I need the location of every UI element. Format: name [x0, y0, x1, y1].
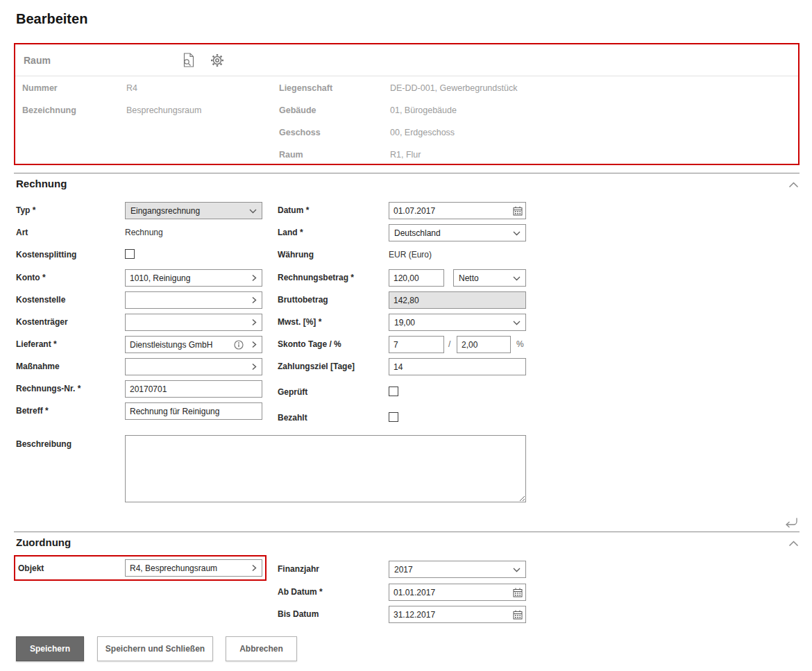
betreff-field	[125, 402, 262, 420]
beschreibung-textarea[interactable]	[125, 435, 526, 502]
skonto-label: Skonto Tage / %	[278, 339, 341, 349]
typ-select-value: Eingangsrechnung	[130, 206, 200, 216]
zahlungsziel-field	[389, 358, 526, 375]
kostenstelle-label: Kostenstelle	[16, 295, 65, 305]
nummer-label: Nummer	[22, 83, 58, 93]
massnahme-input[interactable]	[126, 359, 246, 375]
skonto-percent-sign: %	[516, 339, 524, 349]
bezeichnung-label: Bezeichnung	[22, 105, 76, 115]
info-icon[interactable]	[231, 337, 246, 353]
page-title: Bearbeiten	[16, 11, 87, 27]
geschoss-label: Geschoss	[279, 128, 321, 137]
liegenschaft-value: DE-DD-001, Gewerbegrundstück	[390, 83, 517, 93]
art-label: Art	[16, 228, 28, 237]
lieferant-picker	[125, 336, 262, 353]
waehrung-value: EUR (Euro)	[389, 250, 432, 260]
calendar-icon[interactable]	[510, 584, 525, 600]
skonto-separator: /	[448, 339, 450, 349]
calendar-icon[interactable]	[510, 606, 525, 622]
section-title-zuordnung: Zuordnung	[16, 536, 71, 548]
rechnungs-nr-input[interactable]	[126, 381, 262, 397]
section-divider	[14, 532, 800, 532]
massnahme-label: Maßnahme	[16, 362, 60, 371]
kostenstelle-picker	[125, 291, 262, 309]
netto-brutto-select[interactable]: Netto	[453, 269, 526, 287]
datum-field	[389, 202, 526, 219]
zahlungsziel-input[interactable]	[389, 359, 525, 375]
calendar-icon[interactable]	[510, 203, 525, 219]
konto-picker	[125, 269, 262, 287]
rechnungs-nr-label: Rechnungs-Nr. *	[16, 384, 81, 393]
bis-datum-field	[389, 606, 526, 623]
rechnungsbetrag-field	[389, 269, 444, 287]
chevron-right-icon[interactable]	[246, 560, 262, 576]
chevron-right-icon[interactable]	[246, 270, 262, 286]
mwst-label: Mwst. [%] *	[278, 317, 321, 327]
geschoss-value: 00, Erdgeschoss	[390, 128, 455, 137]
land-select-value: Deutschland	[394, 228, 441, 238]
finanzjahr-select-value: 2017	[394, 565, 413, 575]
ab-datum-input[interactable]	[389, 584, 510, 600]
bezahlt-checkbox[interactable]	[389, 412, 398, 422]
chevron-up-icon[interactable]	[787, 180, 800, 189]
chevron-up-icon[interactable]	[787, 539, 800, 547]
massnahme-picker	[125, 358, 262, 375]
beschreibung-label: Beschreibung	[16, 439, 71, 449]
konto-label: Konto *	[16, 273, 46, 282]
preview-icon[interactable]	[178, 50, 198, 71]
mwst-select-value: 19,00	[394, 318, 415, 328]
bruttobetrag-label: Bruttobetrag	[278, 295, 328, 305]
lieferant-input[interactable]	[126, 337, 231, 353]
chevron-right-icon[interactable]	[246, 292, 262, 308]
kostensplitting-checkbox[interactable]	[125, 249, 135, 259]
objekt-picker	[125, 559, 262, 577]
bezeichnung-value: Besprechungsraum	[126, 105, 201, 115]
betreff-input[interactable]	[126, 403, 262, 419]
kostentraeger-label: Kostenträger	[16, 317, 68, 327]
speichern-button[interactable]: Speichern	[16, 636, 84, 661]
typ-select[interactable]: Eingangsrechnung	[125, 202, 262, 219]
datum-label: Datum *	[278, 205, 309, 215]
liegenschaft-label: Liegenschaft	[279, 83, 332, 93]
abbrechen-button[interactable]: Abbrechen	[226, 636, 297, 661]
objekt-input[interactable]	[126, 560, 246, 576]
gebaeude-value: 01, Bürogebäude	[390, 105, 457, 115]
kostentraeger-input[interactable]	[126, 314, 246, 330]
land-select[interactable]: Deutschland	[389, 224, 526, 241]
betreff-label: Betreff *	[16, 406, 49, 416]
raum-label: Raum	[279, 150, 303, 160]
undo-icon[interactable]	[783, 516, 800, 529]
section-divider	[14, 173, 800, 173]
mwst-select[interactable]: 19,00	[389, 314, 526, 331]
art-value: Rechnung	[125, 228, 163, 237]
kostentraeger-picker	[125, 314, 262, 331]
rechnungsbetrag-label: Rechnungsbetrag *	[278, 273, 354, 282]
kostenstelle-input[interactable]	[126, 292, 246, 308]
gear-icon[interactable]	[207, 50, 228, 71]
skonto-tage-input[interactable]	[389, 337, 443, 353]
chevron-right-icon[interactable]	[246, 314, 262, 330]
ab-datum-label: Ab Datum *	[278, 587, 323, 597]
skonto-prozent-field	[457, 336, 511, 353]
chevron-right-icon[interactable]	[246, 337, 262, 353]
datum-input[interactable]	[389, 203, 510, 219]
speichern-und-schliessen-button[interactable]: Speichern und Schließen	[97, 636, 213, 661]
room-panel-header: Raum	[15, 44, 798, 76]
skonto-tage-field	[389, 336, 444, 353]
chevron-right-icon[interactable]	[246, 359, 262, 375]
chevron-down-icon	[249, 206, 257, 216]
konto-input[interactable]	[126, 270, 246, 286]
rechnungs-nr-field	[125, 380, 262, 398]
rechnungsbetrag-input[interactable]	[389, 270, 443, 286]
chevron-down-icon	[513, 228, 521, 238]
zahlungsziel-label: Zahlungsziel [Tage]	[278, 362, 355, 371]
finanzjahr-select[interactable]: 2017	[389, 561, 526, 578]
typ-label: Typ *	[16, 205, 35, 215]
geprueft-label: Geprüft	[278, 387, 307, 397]
objekt-label: Objekt	[18, 563, 44, 573]
bis-datum-input[interactable]	[389, 606, 510, 622]
geprueft-checkbox[interactable]	[389, 387, 398, 396]
room-summary-panel: Raum	[14, 43, 800, 165]
ab-datum-field	[389, 584, 526, 601]
skonto-prozent-input[interactable]	[457, 337, 510, 353]
